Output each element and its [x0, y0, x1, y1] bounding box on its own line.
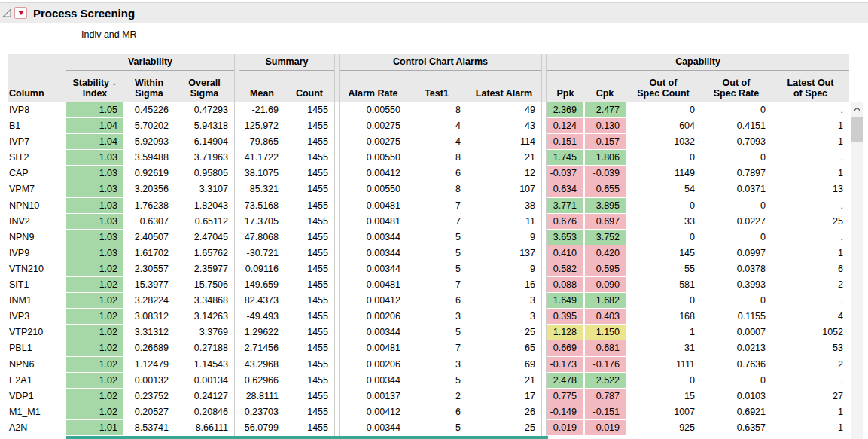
cell-alarm-rate[interactable]: 0.00481: [340, 214, 407, 230]
cell-stability[interactable]: 1.02: [66, 373, 123, 389]
cell-overall[interactable]: 0.65112: [175, 214, 234, 230]
cell-count[interactable]: 1455: [285, 102, 334, 118]
header-column[interactable]: Column: [8, 71, 66, 102]
cell-column[interactable]: VPM7: [8, 181, 66, 197]
cell-oos-count[interactable]: 604: [626, 118, 701, 134]
cell-latest-oos[interactable]: 25: [772, 214, 849, 230]
cell-mean[interactable]: 56.0799: [239, 420, 285, 436]
cell-mean[interactable]: 2.71456: [239, 340, 285, 356]
cell-oos-count[interactable]: 54: [626, 181, 701, 197]
cell-overall[interactable]: 0.95805: [175, 166, 234, 181]
cell-column[interactable]: IVP3: [8, 309, 66, 325]
cell-test1[interactable]: 5: [407, 245, 467, 261]
cell-latest-alarm[interactable]: 43: [467, 118, 541, 134]
table-row[interactable]: M1_M11.020.205270.208460.2370314550.0041…: [8, 404, 849, 420]
cell-alarm-rate[interactable]: 0.00412: [340, 166, 407, 181]
cell-within[interactable]: 15.3977: [123, 277, 175, 293]
cell-stability[interactable]: 1.02: [66, 389, 123, 404]
cell-within[interactable]: 1.12479: [123, 357, 175, 373]
cell-oos-count[interactable]: 925: [626, 420, 701, 436]
cell-test1[interactable]: 8: [407, 181, 467, 197]
cell-latest-alarm[interactable]: 21: [467, 150, 541, 166]
cell-within[interactable]: 0.45226: [123, 102, 175, 118]
table-row[interactable]: VTP2101.023.313123.37691.2962214550.0034…: [8, 325, 849, 340]
collapse-disclosure-icon[interactable]: [2, 8, 12, 18]
cell-stability[interactable]: 1.02: [66, 293, 123, 309]
cell-ppk[interactable]: 0.669: [547, 340, 584, 356]
cell-latest-alarm[interactable]: 16: [467, 277, 541, 293]
header-cpk[interactable]: Cpk: [584, 71, 626, 102]
scrollbar-thumb[interactable]: [851, 117, 863, 142]
cell-test1[interactable]: 7: [407, 277, 467, 293]
cell-column[interactable]: NPN9: [8, 230, 66, 245]
cell-overall[interactable]: 1.65762: [175, 245, 234, 261]
cell-latest-oos[interactable]: 1: [772, 420, 849, 436]
cell-latest-alarm[interactable]: 49: [467, 102, 541, 118]
cell-column[interactable]: INV2: [8, 214, 66, 230]
cell-within[interactable]: 0.6307: [123, 214, 175, 230]
cell-alarm-rate[interactable]: 0.00344: [340, 261, 407, 277]
cell-oos-rate[interactable]: 0.6357: [701, 420, 772, 436]
cell-alarm-rate[interactable]: 0.00481: [340, 340, 407, 356]
cell-stability[interactable]: 1.04: [66, 118, 123, 134]
cell-alarm-rate[interactable]: 0.00412: [340, 404, 407, 420]
cell-latest-oos[interactable]: 2: [772, 277, 849, 293]
cell-stability[interactable]: 1.05: [66, 102, 123, 118]
cell-mean[interactable]: 82.4373: [239, 293, 285, 309]
cell-latest-oos[interactable]: 4: [772, 309, 849, 325]
cell-ppk[interactable]: 0.410: [547, 245, 584, 261]
cell-oos-count[interactable]: 168: [626, 309, 701, 325]
cell-cpk[interactable]: 0.420: [584, 245, 626, 261]
cell-overall[interactable]: 2.47045: [175, 230, 234, 245]
cell-latest-oos[interactable]: 1: [772, 166, 849, 181]
cell-oos-count[interactable]: 0: [626, 230, 701, 245]
cell-overall[interactable]: 1.14543: [175, 357, 234, 373]
cell-oos-rate[interactable]: 0.0007: [701, 325, 772, 340]
cell-within[interactable]: 3.59488: [123, 150, 175, 166]
cell-mean[interactable]: 28.8111: [239, 389, 285, 404]
table-row[interactable]: A2N1.018.537418.6611156.079914550.003445…: [8, 420, 849, 436]
cell-alarm-rate[interactable]: 0.00550: [340, 150, 407, 166]
cell-latest-alarm[interactable]: 107: [467, 181, 541, 197]
cell-ppk[interactable]: 1.745: [547, 150, 584, 166]
cell-stability[interactable]: 1.02: [66, 404, 123, 420]
cell-oos-count[interactable]: 0: [626, 293, 701, 309]
cell-latest-alarm[interactable]: 12: [467, 166, 541, 181]
cell-within[interactable]: 8.53741: [123, 420, 175, 436]
cell-latest-alarm[interactable]: 65: [467, 340, 541, 356]
cell-oos-count[interactable]: 33: [626, 214, 701, 230]
cell-test1[interactable]: 4: [407, 134, 467, 150]
cell-alarm-rate[interactable]: 0.00344: [340, 230, 407, 245]
cell-test1[interactable]: 2: [407, 389, 467, 404]
cell-ppk[interactable]: 0.124: [547, 118, 584, 134]
cell-mean[interactable]: 0.62966: [239, 373, 285, 389]
cell-stability[interactable]: 1.02: [66, 261, 123, 277]
cell-cpk[interactable]: 0.787: [584, 389, 626, 404]
cell-latest-oos[interactable]: .: [772, 373, 849, 389]
cell-alarm-rate[interactable]: 0.00206: [340, 309, 407, 325]
scrollbar-up-button[interactable]: [851, 102, 863, 115]
cell-count[interactable]: 1455: [285, 325, 334, 340]
cell-count[interactable]: 1455: [285, 214, 334, 230]
cell-oos-count[interactable]: 1: [626, 325, 701, 340]
cell-latest-oos[interactable]: 27: [772, 389, 849, 404]
cell-column[interactable]: NPN6: [8, 357, 66, 373]
cell-ppk[interactable]: 1.649: [547, 293, 584, 309]
cell-alarm-rate[interactable]: 0.00275: [340, 118, 407, 134]
table-row[interactable]: IVP91.031.617021.65762-30.72114550.00344…: [8, 245, 849, 261]
cell-overall[interactable]: 2.35977: [175, 261, 234, 277]
cell-oos-rate[interactable]: 0.7636: [701, 357, 772, 373]
cell-mean[interactable]: 0.23703: [239, 404, 285, 420]
cell-cpk[interactable]: 0.681: [584, 340, 626, 356]
cell-latest-oos[interactable]: .: [772, 102, 849, 118]
cell-stability[interactable]: 1.03: [66, 245, 123, 261]
cell-cpk[interactable]: 1.682: [584, 293, 626, 309]
cell-column[interactable]: IVP7: [8, 134, 66, 150]
cell-latest-alarm[interactable]: 3: [467, 309, 541, 325]
cell-column[interactable]: B1: [8, 118, 66, 134]
cell-latest-alarm[interactable]: 21: [467, 373, 541, 389]
cell-oos-rate[interactable]: 0.7897: [701, 166, 772, 181]
cell-latest-oos[interactable]: 1052: [772, 325, 849, 340]
cell-cpk[interactable]: 1.150: [584, 325, 626, 340]
cell-ppk[interactable]: -0.151: [547, 134, 584, 150]
